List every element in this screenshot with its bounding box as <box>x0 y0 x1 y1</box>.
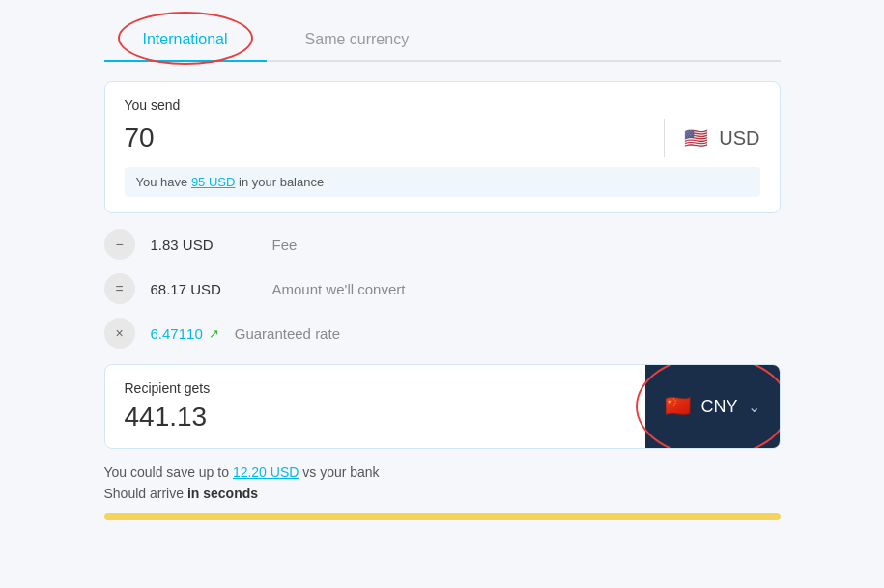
equals-icon: = <box>104 273 135 304</box>
flag-cn-icon: 🇨🇳 <box>665 394 691 419</box>
rate-label: Guaranteed rate <box>235 325 340 342</box>
balance-suffix: in your balance <box>239 175 324 189</box>
send-label: You send <box>125 98 760 113</box>
amount-convert-value: 68.17 USD <box>151 281 257 297</box>
tab-bar: International Same currency <box>104 19 781 62</box>
rate-trend-icon: ↗ <box>209 326 219 341</box>
send-row: 70 🇺🇸 USD <box>125 119 760 157</box>
recipient-label: Recipient gets <box>125 380 627 396</box>
info-section: You could save up to 12.20 USD vs your b… <box>104 464 781 501</box>
amount-convert-label: Amount we'll convert <box>272 281 406 297</box>
vertical-divider <box>664 119 665 157</box>
balance-prefix: You have <box>136 175 188 189</box>
flag-us-icon: 🇺🇸 <box>680 127 711 149</box>
minus-icon: − <box>104 229 135 260</box>
tab-same-currency-label: Same currency <box>305 31 410 47</box>
main-container: International Same currency You send 70 … <box>104 19 781 520</box>
rate-value: 6.47110 ↗ <box>151 325 219 342</box>
tab-international[interactable]: International <box>104 19 267 62</box>
balance-row: You have 95 USD in your balance <box>125 167 760 197</box>
recipient-currency-label: CNY <box>700 397 737 417</box>
tab-same-currency[interactable]: Same currency <box>267 19 448 62</box>
currency-selector[interactable]: 🇨🇳 CNY ⌄ <box>645 365 779 448</box>
send-currency-display: 🇺🇸 USD <box>680 127 759 150</box>
times-icon: × <box>104 318 135 349</box>
tab-international-label: International <box>143 31 228 47</box>
fee-row: − 1.83 USD Fee <box>104 229 781 260</box>
fee-amount: 1.83 USD <box>151 237 257 253</box>
arrive-row: Should arrive in seconds <box>104 486 781 501</box>
save-row: You could save up to 12.20 USD vs your b… <box>104 464 781 480</box>
recipient-amount: 441.13 <box>125 402 627 433</box>
fee-section: − 1.83 USD Fee = 68.17 USD Amount we'll … <box>104 229 781 349</box>
rate-row: × 6.47110 ↗ Guaranteed rate <box>104 318 781 349</box>
recipient-box: Recipient gets 441.13 🇨🇳 CNY ⌄ <box>104 364 781 449</box>
send-currency-label: USD <box>719 127 759 150</box>
send-amount[interactable]: 70 <box>125 123 155 154</box>
balance-amount-link[interactable]: 95 USD <box>191 175 236 189</box>
arrive-bold: in seconds <box>187 486 258 501</box>
save-suffix: vs your bank <box>302 464 379 480</box>
bottom-bar <box>104 513 781 520</box>
save-prefix: You could save up to <box>104 464 229 480</box>
chevron-down-icon: ⌄ <box>748 398 760 416</box>
arrive-prefix: Should arrive <box>104 486 185 501</box>
save-amount-link[interactable]: 12.20 USD <box>233 464 299 480</box>
recipient-left: Recipient gets 441.13 <box>105 365 646 448</box>
amount-convert-row: = 68.17 USD Amount we'll convert <box>104 273 781 304</box>
send-box: You send 70 🇺🇸 USD You have 95 USD in yo… <box>104 81 781 213</box>
fee-label: Fee <box>272 237 298 253</box>
